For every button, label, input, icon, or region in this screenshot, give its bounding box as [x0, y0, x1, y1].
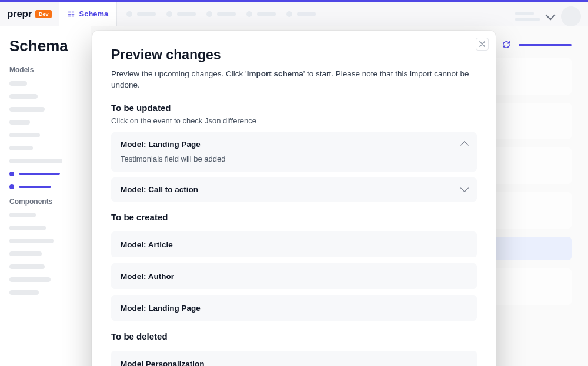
logo-text: prepr	[7, 8, 32, 20]
modal-title: Preview changes	[111, 47, 477, 63]
section-heading-created: To be created	[111, 212, 477, 222]
modal-subtitle: Preview the upcoming changes. Click 'Imp…	[111, 69, 477, 91]
preview-changes-modal: Preview changes Preview the upcoming cha…	[92, 31, 496, 366]
item-title: Model: Author	[121, 272, 174, 281]
deleted-item-personalization[interactable]: Model Personalization	[111, 351, 477, 366]
item-header[interactable]: Model: Landing Page	[121, 140, 467, 149]
app-header: prepr Dev Schema	[0, 2, 588, 26]
header-placeholders	[126, 11, 316, 17]
close-icon	[479, 41, 485, 47]
chevron-down-icon[interactable]	[546, 11, 556, 21]
created-item-author[interactable]: Model: Author	[111, 263, 477, 289]
section-to-be-created: To be created Model: Article Model: Auth…	[111, 212, 477, 321]
section-heading-updated: To be updated	[111, 103, 477, 113]
item-title: Model: Landing Page	[121, 140, 201, 149]
item-title: Model: Article	[121, 240, 173, 249]
tab-schema-label: Schema	[79, 9, 108, 18]
avatar[interactable]	[561, 6, 581, 26]
sidebar-section-models: Models	[9, 66, 82, 74]
item-title: Model: Call to action	[121, 185, 198, 194]
section-to-be-updated: To be updated Click on the event to chec…	[111, 103, 477, 202]
logo-wrap: prepr Dev	[0, 2, 59, 26]
chevron-down-icon	[460, 184, 469, 192]
subtitle-bold: Import schema	[247, 69, 303, 78]
section-heading-deleted: To be deleted	[111, 331, 477, 341]
header-right	[515, 6, 581, 26]
chevron-up-icon	[460, 141, 469, 149]
subtitle-prefix: Preview the upcoming changes. Click '	[111, 69, 247, 78]
sidebar: Schema Models Components	[0, 26, 91, 366]
schema-icon	[67, 10, 75, 18]
item-detail: Testimonials field will be added	[121, 155, 467, 163]
item-title: Model Personalization	[121, 360, 205, 366]
created-item-article[interactable]: Model: Article	[111, 231, 477, 257]
created-item-landing-page[interactable]: Model: Landing Page	[111, 295, 477, 321]
sidebar-active-item[interactable]	[9, 172, 82, 176]
item-header[interactable]: Model: Call to action	[121, 185, 467, 194]
sidebar-title: Schema	[9, 37, 82, 55]
sidebar-section-components: Components	[9, 197, 82, 206]
sidebar-active-item[interactable]	[9, 184, 82, 189]
updated-item-landing-page[interactable]: Model: Landing Page Testimonials field w…	[111, 132, 477, 172]
modal-close-button[interactable]	[476, 38, 489, 51]
section-to-be-deleted: To be deleted Model Personalization	[111, 331, 477, 366]
env-badge: Dev	[35, 10, 52, 18]
refresh-icon[interactable]	[502, 41, 510, 49]
updated-item-call-to-action[interactable]: Model: Call to action	[111, 177, 477, 202]
tab-schema[interactable]: Schema	[59, 2, 117, 26]
active-tab-underline	[519, 44, 572, 46]
item-title: Model: Landing Page	[121, 304, 201, 313]
section-sub-updated: Click on the event to check Json differe…	[111, 116, 477, 125]
